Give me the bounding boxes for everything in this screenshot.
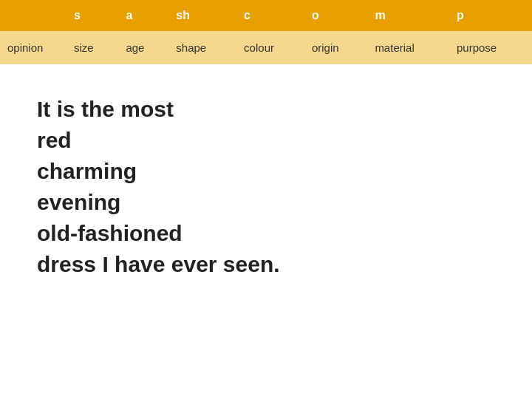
- table-row: opinion size age shape colour origin mat…: [0, 31, 532, 64]
- header-col4: c: [236, 0, 304, 31]
- header-col7: p: [449, 0, 532, 31]
- cell-colour: colour: [236, 31, 304, 64]
- header-col5: o: [304, 0, 367, 31]
- table-container: s a sh c o m p opinion size age shape co…: [0, 0, 532, 64]
- header-col1: s: [66, 0, 118, 31]
- header-row: s a sh c o m p: [0, 0, 532, 31]
- header-col2: a: [118, 0, 168, 31]
- cell-material: material: [367, 31, 449, 64]
- cell-origin: origin: [304, 31, 367, 64]
- cell-age: age: [118, 31, 168, 64]
- adjective-order-table: s a sh c o m p opinion size age shape co…: [0, 0, 532, 64]
- cell-purpose: purpose: [449, 31, 532, 64]
- cell-shape: shape: [168, 31, 236, 64]
- header-col3: sh: [168, 0, 236, 31]
- header-col0: [0, 0, 66, 31]
- content-area: It is the mostredcharmingeveningold-fash…: [0, 64, 532, 310]
- main-text: It is the mostredcharmingeveningold-fash…: [37, 94, 495, 280]
- header-col6: m: [367, 0, 449, 31]
- cell-opinion: opinion: [0, 31, 66, 64]
- page-wrapper: s a sh c o m p opinion size age shape co…: [0, 0, 532, 310]
- cell-size: size: [66, 31, 118, 64]
